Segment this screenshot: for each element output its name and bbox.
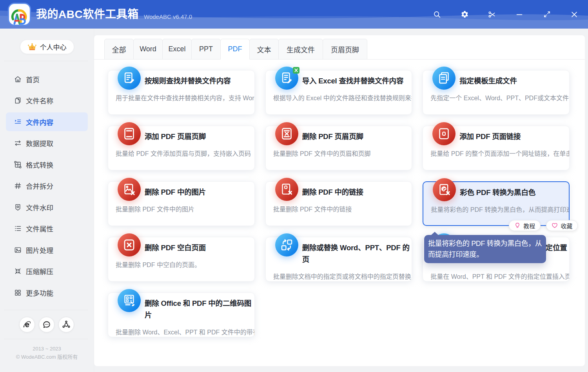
tab-word[interactable]: Word xyxy=(133,39,163,60)
tab-header-footer[interactable]: 页眉页脚 xyxy=(323,39,367,60)
heart-icon xyxy=(552,222,558,229)
tool-card-add-page-link[interactable]: 添加 PDF 页面链接 批量给 PDF 的整个页面添加一个网址链接，在单击页面时… xyxy=(423,126,570,170)
tool-card-remove-qr-images[interactable]: 删除 Office 和 PDF 中的二维码图片 批量删除 Word、Excel、… xyxy=(108,293,255,337)
sidebar-item-label: 合并拆分 xyxy=(26,181,53,191)
tab-pdf[interactable]: PDF xyxy=(220,39,250,60)
tool-card-desc: 批量删除 Word、Excel、PPT 和 PDF 文件中的带有二维码的图片。 xyxy=(116,328,254,337)
sidebar: 个人中心 首页 文件名称 文件内容 数据提取 xyxy=(0,29,94,372)
sidebar-item-label: 格式转换 xyxy=(26,160,53,170)
page-link-add-icon xyxy=(432,122,456,145)
tool-card-remove-header-footer[interactable]: 删除 PDF 页眉页脚 批量删除 PDF 文件中的页眉和页脚 xyxy=(265,126,412,170)
tab-ppt[interactable]: PPT xyxy=(191,39,221,60)
sidebar-item-label: 更多功能 xyxy=(26,288,53,298)
maximize-icon xyxy=(543,10,551,18)
search-button[interactable] xyxy=(423,0,451,29)
tool-card-title: 删除或替换 Word、PPT、PDF 的页 xyxy=(302,242,412,265)
profile-center-label: 个人中心 xyxy=(40,42,67,52)
favorite-button[interactable]: 收藏 xyxy=(546,220,578,231)
tool-card-title: 删除 PDF 中的链接 xyxy=(302,186,412,198)
merge-split-icon xyxy=(13,182,22,190)
home-icon xyxy=(13,75,22,83)
tutorial-button[interactable]: 教程 xyxy=(509,220,541,231)
ie-browser-icon xyxy=(22,320,32,329)
tool-card-remove-blank-pages[interactable]: 删除 PDF 空白页面 批量删除 PDF 中空白的页面。 xyxy=(108,237,255,282)
website-button[interactable] xyxy=(19,317,35,332)
main-panel: 全部 Word Excel PPT PDF 文本 生成文件 页眉页脚 按规则查找… xyxy=(94,35,585,366)
page-replace-icon xyxy=(275,233,298,256)
tool-card-remove-links[interactable]: 删除 PDF 中的链接 批量删除 PDF 文件中的链接 xyxy=(265,181,412,226)
docs-stack-icon xyxy=(432,67,456,90)
doc-edit-excel-icon xyxy=(275,67,298,90)
profile-center-button[interactable]: 个人中心 xyxy=(20,40,74,54)
sidebar-item-label: 文件内容 xyxy=(26,117,53,127)
sidebar-item-compress[interactable]: 压缩解压 xyxy=(6,262,88,281)
tool-card-desc: 批量删除 PDF 中空白的页面。 xyxy=(116,260,254,270)
minimize-icon xyxy=(515,10,524,19)
scissors-icon xyxy=(488,10,496,19)
tooltip-text: 批量将彩色的 PDF 转换为黑白色，从而提高打印速度。 xyxy=(428,240,542,258)
crown-icon xyxy=(27,43,37,51)
header-footer-add-icon xyxy=(118,122,141,145)
doc-edit-icon xyxy=(118,67,141,90)
tool-card-replace-pages[interactable]: 删除或替换 Word、PPT、PDF 的页 批量删除文档中的指定页或将文档中的指… xyxy=(265,237,412,282)
link-remove-icon xyxy=(275,178,298,201)
share-button[interactable] xyxy=(58,317,74,332)
more-features-icon xyxy=(13,288,22,297)
tool-card-add-header-footer[interactable]: 添加 PDF 页眉页脚 批量给 PDF 文件添加页眉与页脚，支持嵌入页码 xyxy=(108,126,255,170)
tool-card-title: 删除 PDF 页眉页脚 xyxy=(302,131,412,143)
sidebar-item-merge-split[interactable]: 合并拆分 xyxy=(6,177,88,195)
tool-card-desc: 批量删除 PDF 文件中的图片 xyxy=(116,205,254,214)
header-footer-remove-icon xyxy=(275,122,298,145)
sidebar-item-label: 文件属性 xyxy=(26,224,53,233)
tab-all[interactable]: 全部 xyxy=(104,39,134,60)
tabbar: 全部 Word Excel PPT PDF 文本 生成文件 页眉页脚 xyxy=(104,39,367,60)
tab-text[interactable]: 文本 xyxy=(249,39,279,60)
tool-card-title: 指定模板生成文件 xyxy=(459,75,569,87)
sidebar-item-more-features[interactable]: 更多功能 xyxy=(6,283,88,302)
file-content-icon xyxy=(13,117,22,126)
tool-card-grid: 按规则查找并替换文件内容 用于批量在文件中查找并替换相关内容，支持 Word、E… xyxy=(108,70,570,337)
titlebar-actions xyxy=(423,0,588,29)
compress-icon xyxy=(13,267,22,276)
tab-label: 生成文件 xyxy=(287,44,315,54)
tab-generate-file[interactable]: 生成文件 xyxy=(278,39,323,60)
tool-card-color-to-bw[interactable]: 彩色 PDF 转换为黑白色 批量将彩色的 PDF 转换为黑白色，从而提高打印速 … xyxy=(423,181,570,226)
tool-card-find-replace[interactable]: 按规则查找并替换文件内容 用于批量在文件中查找并替换相关内容，支持 Word、E… xyxy=(108,70,255,115)
feedback-button[interactable] xyxy=(39,317,54,332)
excel-badge-icon xyxy=(293,67,299,74)
app-version: WodeABC v6.47.0 xyxy=(144,13,192,20)
tool-card-excel-find-replace[interactable]: 导入 Excel 查找并替换文件内容 根据导入的 Excel 中的文件路径和查找… xyxy=(265,70,412,115)
tool-card-desc: 批量删除 PDF 文件中的页眉和页脚 xyxy=(273,149,412,159)
tool-card-template-generate[interactable]: 指定模板生成文件 先指定一个 Excel、Word、PPT、PDF或文本文件作为… xyxy=(423,70,570,115)
favorite-label: 收藏 xyxy=(561,222,572,230)
tab-excel[interactable]: Excel xyxy=(162,39,192,60)
search-icon xyxy=(433,10,441,19)
sidebar-item-image-process[interactable]: 图片处理 xyxy=(6,240,88,259)
maximize-button[interactable] xyxy=(533,0,561,29)
tool-card-title: 按规则查找并替换文件内容 xyxy=(145,75,254,87)
sidebar-divider xyxy=(4,339,88,339)
sidebar-item-data-extract[interactable]: 数据提取 xyxy=(6,134,88,153)
tool-card-remove-images[interactable]: 删除 PDF 中的图片 批量删除 PDF 文件中的图片 xyxy=(108,181,255,226)
close-button[interactable] xyxy=(561,0,588,29)
tab-label: PDF xyxy=(228,45,242,53)
image-process-icon xyxy=(13,246,22,254)
settings-button[interactable] xyxy=(451,0,478,29)
sidebar-item-file-content[interactable]: 文件内容 xyxy=(6,112,88,131)
sidebar-item-watermark[interactable]: 文件水印 xyxy=(6,198,88,217)
watermark-icon xyxy=(13,203,22,211)
sidebar-item-home[interactable]: 首页 xyxy=(6,70,88,88)
minimize-button[interactable] xyxy=(506,0,533,29)
screenshot-button[interactable] xyxy=(478,0,506,29)
sidebar-item-file-props[interactable]: 文件属性 xyxy=(6,219,88,238)
tab-label: PPT xyxy=(199,45,213,53)
tool-card-title: 删除 PDF 中的图片 xyxy=(145,186,254,198)
sidebar-item-file-name[interactable]: 文件名称 xyxy=(6,91,88,110)
tool-card-desc: 批量删除 PDF 文件中的链接 xyxy=(273,205,412,214)
lightbulb-icon xyxy=(514,222,521,229)
app-logo xyxy=(8,3,31,26)
app-window: 我的ABC软件工具箱 WodeABC v6.47.0 xyxy=(0,0,588,372)
tab-label: 全部 xyxy=(112,44,126,54)
sidebar-item-format-convert[interactable]: 格式转换 xyxy=(6,155,88,174)
chat-bubble-icon xyxy=(42,320,51,329)
